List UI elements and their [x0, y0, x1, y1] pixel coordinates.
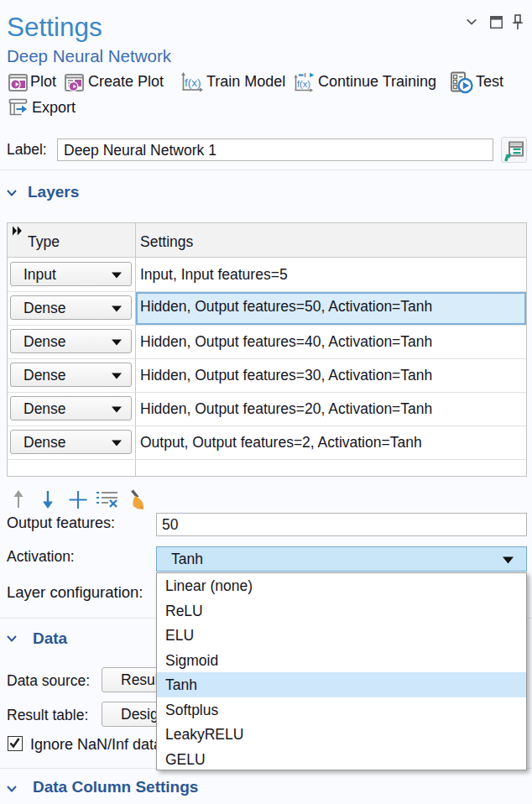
svg-text:f(x): f(x)	[297, 79, 310, 89]
svg-text:f(x): f(x)	[185, 76, 201, 89]
